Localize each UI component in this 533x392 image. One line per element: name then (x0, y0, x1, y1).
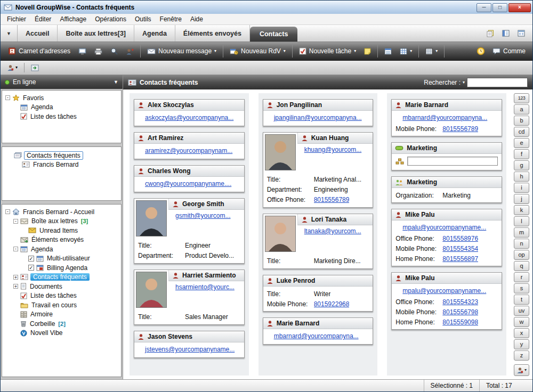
calendar-list-button[interactable] (514, 27, 528, 39)
tab-agenda[interactable]: Agenda (134, 25, 175, 42)
contact-card-marketing[interactable]: Marketing (391, 142, 502, 170)
index-123-button[interactable]: 123 (514, 93, 529, 103)
menu-aide[interactable]: Aide (186, 14, 207, 24)
tree-item-contacts-frequents[interactable]: +Contacts fréquents (2, 273, 121, 282)
index-q-button[interactable]: q (514, 261, 529, 271)
clock-gold-button[interactable] (473, 45, 489, 58)
tree-item-liste-des-taches[interactable]: Liste des tâches (2, 291, 121, 301)
phone-link[interactable]: 8015556897 (442, 255, 478, 263)
tree-item-favoris[interactable]: -Favoris (2, 93, 121, 103)
contact-card-luke-penrod[interactable]: Luke PenrodTitle:WriterMobile Phone:8015… (263, 275, 374, 312)
collapse-toggle[interactable]: - (5, 209, 10, 214)
index-b-button[interactable]: b (514, 116, 529, 126)
email-link[interactable]: hsarmiento@yourc... (175, 283, 235, 291)
tree-item-contacts-frequents[interactable]: Contacts fréquents (4, 151, 119, 160)
comme-button[interactable]: Comme (489, 45, 529, 57)
contact-card-marie-barnard[interactable]: Marie Barnardmbarnard@yourcompanyna...Mo… (391, 99, 502, 136)
contact-card-alex-skoczylas[interactable]: Alex Skoczylasaskoczylas@yourcompanyna..… (134, 99, 245, 126)
phone-link[interactable]: 8015559098 (442, 318, 478, 326)
tab-boite-aux-lettres-3[interactable]: Boîte aux lettres[3] (58, 25, 134, 42)
nouveau-message-button[interactable]: Nouveau message▾ (143, 45, 220, 57)
phone-link[interactable]: 8015556789 (314, 196, 350, 203)
note-button[interactable] (360, 46, 375, 57)
index-cd-button[interactable]: cd (514, 127, 529, 137)
phone-link[interactable]: 8015922968 (314, 300, 350, 308)
address-selector-button[interactable] (75, 46, 90, 57)
index-e-button[interactable]: e (514, 138, 529, 148)
search-input[interactable] (467, 78, 528, 87)
phone-link[interactable]: 8015554354 (442, 245, 478, 252)
email-link[interactable]: cwong@yourcompanyname.... (145, 180, 231, 187)
person-add-button[interactable] (122, 46, 138, 57)
contact-card-mike-palu[interactable]: Mike Palumpalu@yourcompanyname...Office … (391, 209, 502, 266)
index-w-button[interactable]: w (514, 317, 529, 327)
index-l-button[interactable]: l (514, 216, 529, 226)
tree-item-boite-aux-lettres[interactable]: -Boîte aux lettres[3] (2, 217, 121, 226)
tree-item-agenda[interactable]: Agenda (2, 103, 121, 112)
tree-item-documents[interactable]: +Documents (2, 282, 121, 291)
contact-card-marketing[interactable]: MarketingOrganization:Marketing (391, 176, 502, 203)
index-g-button[interactable]: g (514, 160, 529, 170)
nouvelle-tache-button[interactable]: Nouvelle tâche▾ (295, 45, 360, 57)
menu-fenetre[interactable]: Fenêtre (156, 14, 186, 24)
expand-toggle[interactable]: + (13, 275, 18, 280)
index-k-button[interactable]: k (514, 205, 529, 215)
maximize-button[interactable]: □ (492, 3, 507, 12)
phone-link[interactable]: 8015556789 (442, 125, 478, 133)
menu-operations[interactable]: Opérations (91, 14, 131, 24)
index-op-button[interactable]: op (514, 250, 529, 260)
index-m-button[interactable]: m (514, 227, 529, 238)
sidebar-mode-header[interactable]: En ligne ▼ (1, 75, 123, 89)
tree-item-corbeille[interactable]: Corbeille[2] (2, 319, 121, 329)
panel-arrow-button[interactable] (28, 63, 42, 73)
email-link[interactable]: mbarnard@yourcompanyna... (402, 114, 487, 121)
contact-card-art-ramirez[interactable]: Art Ramirezaramirez@yourcompanynam... (134, 132, 245, 159)
contact-card-marie-barnard[interactable]: Marie Barnardmbarnard@yourcompanyna... (263, 317, 374, 345)
index-options-button[interactable]: ▾ (514, 364, 529, 376)
tree-item-francis-bernard-accueil[interactable]: -Francis Bernard - Accueil (2, 207, 121, 217)
email-link[interactable]: jstevens@yourcompanyname... (145, 346, 235, 353)
tree-item-armoire[interactable]: Armoire (2, 310, 121, 320)
calendar-checkbox[interactable]: ✓ (28, 265, 34, 271)
index-t-button[interactable]: t (514, 295, 529, 305)
contact-card-jason-stevens[interactable]: Jason Stevensjstevens@yourcompanyname... (134, 331, 245, 358)
email-link[interactable]: ltanaka@yourcom... (304, 227, 361, 235)
tree-item-agenda[interactable]: -Agenda (2, 244, 121, 254)
email-link[interactable]: mpalu@yourcompanyname... (402, 287, 486, 295)
contact-card-kuan-huang[interactable]: Kuan Huangkhuang@yourcom...Title:Marketi… (263, 132, 374, 208)
minimize-button[interactable]: ─ (477, 3, 491, 12)
index-x-button[interactable]: x (514, 328, 529, 338)
menu-fichier[interactable]: Fichier (3, 14, 30, 24)
email-link[interactable]: mpalu@yourcompanyname... (402, 224, 486, 231)
panel-grid-button[interactable]: ▾ (396, 46, 416, 57)
search-button[interactable] (107, 45, 122, 57)
tree-item-liste-des-taches[interactable]: Liste des tâches (2, 112, 121, 121)
index-z-button[interactable]: z (514, 350, 529, 361)
tab-elements-envoyes[interactable]: Éléments envoyés (175, 25, 250, 42)
contact-card-charles-wong[interactable]: Charles Wongcwong@yourcompanyname.... (134, 165, 245, 192)
email-link[interactable]: gsmith@yourcom... (175, 212, 231, 219)
email-link[interactable]: jpangilinan@yourcompanyna... (274, 114, 362, 121)
tab-list-dropdown[interactable]: ▼ (1, 25, 18, 42)
tree-item-francis-bernard[interactable]: Francis Bernard (4, 160, 119, 170)
tree-item-unread-items[interactable]: Unread Items (2, 226, 121, 235)
contact-card-jon-pangilinan[interactable]: Jon Pangilinanjpangilinan@yourcompanyna.… (263, 99, 374, 126)
contact-small-button[interactable]: ▾ (4, 63, 20, 73)
phone-link[interactable]: 8015558976 (442, 235, 478, 242)
index-a-button[interactable]: a (514, 104, 529, 115)
table-view-button[interactable]: ▾ (422, 46, 441, 57)
tab-accueil[interactable]: Accueil (18, 25, 58, 42)
tree-item-elements-envoyes[interactable]: Éléments envoyés (2, 235, 121, 245)
nouveau-rdv-button[interactable]: Nouveau RdV▾ (226, 45, 289, 57)
phone-link[interactable]: 8015554323 (442, 298, 478, 306)
index-f-button[interactable]: f (514, 149, 529, 159)
panel-list-button[interactable] (381, 46, 395, 57)
phone-link[interactable]: 8015556798 (442, 308, 478, 316)
tree-item-novell-vibe[interactable]: Novell Vibe (2, 329, 121, 338)
tree-item-billing-agenda[interactable]: ✓Billing Agenda (2, 263, 121, 273)
list-panel-button[interactable] (499, 27, 513, 39)
index-uv-button[interactable]: uv (514, 306, 529, 316)
contact-card-lori-tanaka[interactable]: Lori Tanakaltanaka@yourcom...Title:Marke… (263, 214, 374, 269)
email-link[interactable]: mbarnard@yourcompanyna... (274, 332, 359, 340)
calendar-checkbox[interactable]: ✓ (28, 256, 34, 262)
